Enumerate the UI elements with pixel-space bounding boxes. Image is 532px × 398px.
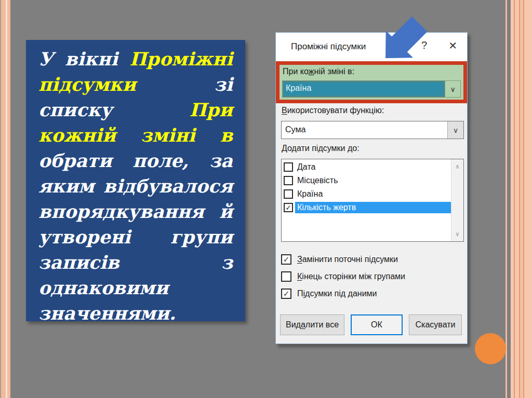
option-label: Кінець сторінки між групами <box>297 272 405 281</box>
text-word: обрати <box>38 150 112 171</box>
subtotals-dialog: Проміжні підсумки ? ✕ При кожній зміні в… <box>275 32 468 344</box>
chevron-down-icon: ∨ <box>453 126 458 134</box>
list-item[interactable]: Країна <box>282 187 451 201</box>
option-replace-subtotals[interactable]: ✓ Замінити поточні підсумки <box>281 253 398 266</box>
option-label: Замінити поточні підсумки <box>297 255 398 264</box>
text-word: поле, <box>132 150 189 171</box>
checkbox-checked-icon[interactable]: ✓ <box>281 289 291 299</box>
text-word: списку <box>38 99 112 120</box>
group-field-dropdown-button[interactable]: ∨ <box>445 81 460 97</box>
close-icon[interactable]: ✕ <box>448 39 457 52</box>
add-subtotals-listbox: Дата Місцевість Країна ✓ Кількість жертв… <box>281 159 464 242</box>
function-selected-value: Сума <box>282 121 447 139</box>
highlighted-group-field: При кожній зміні в: Країна ∨ <box>280 65 463 100</box>
dialog-title: Проміжні підсумки <box>291 42 366 52</box>
list-item[interactable]: Дата <box>282 160 451 174</box>
text-word: значеннями. <box>38 303 176 324</box>
dialog-buttons: Видалити все ОК Скасувати <box>280 314 462 335</box>
text-word: У <box>38 48 53 70</box>
callout-orange-circle <box>475 333 506 364</box>
cancel-button[interactable]: Скасувати <box>409 314 462 335</box>
text-line: У вікні Проміжні <box>38 48 233 74</box>
list-item-label: Країна <box>295 188 451 200</box>
text-word: відбувалося <box>103 175 233 197</box>
option-label: Підсумки під даними <box>297 289 377 298</box>
text-line: значеннями. <box>38 303 233 328</box>
slide-right-border-stripes <box>506 0 532 398</box>
text-line: однаковими <box>38 277 233 303</box>
text-word: утворені <box>38 226 130 248</box>
text-word: вікні <box>65 48 118 70</box>
presentation-slide: У вікні Проміжні підсумки зі списку При … <box>0 0 532 398</box>
text-word: яким <box>38 175 95 197</box>
option-page-break[interactable]: Кінець сторінки між групами <box>281 270 405 283</box>
text-line: яким відбувалося <box>38 175 233 201</box>
list-item-label: Кількість жертв <box>295 202 451 213</box>
text-word: зі <box>214 74 233 95</box>
list-item[interactable]: Місцевість <box>282 174 451 187</box>
group-field-label: При кожній зміні в: <box>283 67 354 76</box>
slide-text-box: У вікні Проміжні підсумки зі списку При … <box>26 40 245 321</box>
group-field-selected-value: Країна <box>283 81 445 97</box>
scroll-down-icon[interactable]: ∨ <box>451 229 463 239</box>
text-word-highlight: підсумки <box>38 74 136 95</box>
slide-left-border-stripes <box>0 0 10 398</box>
checkbox-icon[interactable] <box>281 271 291 282</box>
text-line: впорядкування й <box>38 201 233 226</box>
text-word-highlight: Проміжні <box>129 48 233 70</box>
text-line: обрати поле, за <box>38 150 233 175</box>
listbox-scrollbar[interactable]: ∧ ∨ <box>451 159 463 241</box>
list-item-label: Дата <box>295 161 451 173</box>
text-word-highlight: в <box>220 125 233 146</box>
checkbox-checked-icon[interactable]: ✓ <box>281 254 291 265</box>
callout-arrow-icon <box>377 10 434 62</box>
text-word-highlight: При <box>190 99 233 120</box>
text-word-highlight: кожній <box>38 125 116 146</box>
delete-all-button[interactable]: Видалити все <box>280 314 344 335</box>
text-word: за <box>209 150 233 171</box>
text-word: групи <box>170 226 233 248</box>
option-summary-below-data[interactable]: ✓ Підсумки під даними <box>281 287 377 300</box>
text-word: з <box>221 252 233 273</box>
chevron-down-icon: ∨ <box>450 85 455 93</box>
function-dropdown-button[interactable]: ∨ <box>447 121 463 139</box>
list-item-selected[interactable]: ✓ Кількість жертв <box>282 201 451 214</box>
text-line: списку При <box>38 99 233 125</box>
text-line: кожній зміні в <box>38 125 233 150</box>
checkbox-icon[interactable] <box>284 189 293 199</box>
group-field-combobox[interactable]: Країна ∨ <box>282 80 461 98</box>
dialog-titlebar[interactable]: Проміжні підсумки ? ✕ <box>276 33 467 61</box>
list-item-label: Місцевість <box>295 175 451 186</box>
function-combobox[interactable]: Сума ∨ <box>281 121 464 139</box>
text-word: однаковими <box>38 277 168 298</box>
text-line: записів з <box>38 252 233 277</box>
text-word: впорядкування <box>38 201 204 222</box>
text-word: й <box>219 201 233 222</box>
text-line: утворені групи <box>38 226 233 252</box>
text-line: підсумки зі <box>38 74 233 99</box>
add-to-label: Додати підсумки до: <box>282 144 360 153</box>
text-word-highlight: зміні <box>141 125 195 146</box>
checkbox-icon[interactable] <box>284 176 293 185</box>
function-field-label: Використовувати функцію: <box>282 106 384 115</box>
checkbox-icon[interactable] <box>284 162 293 172</box>
checkbox-checked-icon[interactable]: ✓ <box>284 203 293 212</box>
text-word: записів <box>38 252 119 273</box>
red-highlight-box: При кожній зміні в: Країна ∨ <box>276 61 467 103</box>
ok-button[interactable]: ОК <box>351 314 403 335</box>
scroll-up-icon[interactable]: ∧ <box>451 161 463 172</box>
